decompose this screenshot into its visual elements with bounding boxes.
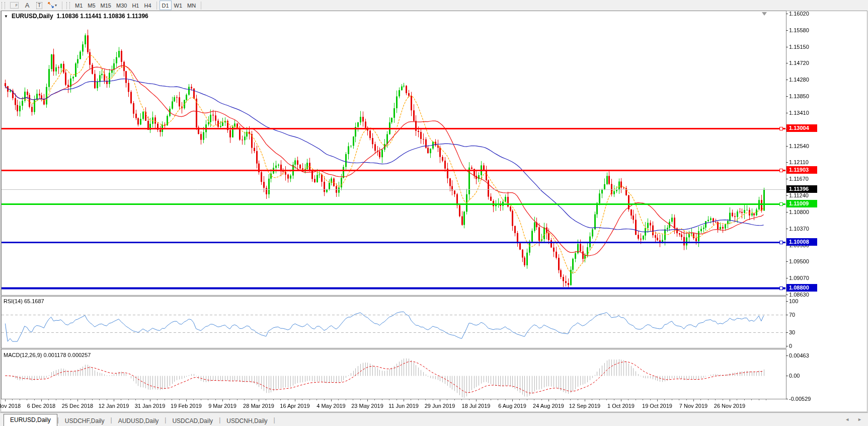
- font-button[interactable]: A: [21, 1, 33, 10]
- price-tick-label: 1.12540: [789, 143, 820, 150]
- timeframe-button-m30[interactable]: M30: [114, 1, 129, 10]
- price-tick-label: 1.15150: [789, 44, 820, 50]
- timeframe-button-mn[interactable]: MN: [185, 1, 198, 10]
- rsi-indicator-label: RSI(14) 65.1687: [4, 298, 44, 304]
- rsi-tick-label: 70: [789, 312, 820, 318]
- chart-template-icon: F: [10, 2, 19, 9]
- hline-price-label[interactable]: 1.08800: [786, 284, 817, 292]
- tab-usdcnh-daily[interactable]: USDCNH,Daily: [220, 416, 273, 426]
- rsi-tick-label: 30: [789, 329, 820, 336]
- chart-ohlc-quote: 1.10836 1.11441 1.10836 1.11396: [57, 13, 148, 20]
- price-tick-label: 1.14720: [789, 60, 820, 66]
- price-tick-label: 1.09500: [789, 258, 820, 265]
- timeframe-button-h4[interactable]: H4: [141, 1, 153, 10]
- chart-tab-bar: EURUSD,Daily|USDCHF,Daily|AUDUSD,Daily|U…: [0, 412, 868, 426]
- macd-tick-label: 0.00463: [789, 352, 820, 359]
- chart-symbol-period: EURUSD,Daily: [12, 13, 53, 20]
- macd-tick-label: -0.00529: [789, 396, 820, 402]
- chart-title: ▼ EURUSD,Daily 1.10836 1.11441 1.10836 1…: [4, 13, 148, 20]
- chart-shift-marker-icon[interactable]: [762, 12, 767, 16]
- timeframe-button-w1[interactable]: W1: [172, 1, 185, 10]
- hline-price-label[interactable]: 1.11009: [786, 200, 817, 207]
- price-tick-label: 1.12110: [789, 159, 820, 166]
- timeframe-button-d1[interactable]: D1: [160, 1, 172, 10]
- toolbar-grip[interactable]: [66, 2, 70, 9]
- macd-indicator-label: MACD(12,26,9) 0.001178 0.000257: [4, 352, 91, 358]
- timeframe-button-group: M1M5M15M30H1H4D1W1MN: [72, 1, 198, 10]
- text-label-icon: T: [36, 2, 42, 9]
- text-label-button[interactable]: T: [33, 1, 45, 10]
- chart-menu-icon[interactable]: ▼: [4, 14, 8, 19]
- timeframe-button-m15[interactable]: M15: [98, 1, 114, 10]
- current-price-label: 1.11396: [786, 185, 817, 193]
- tab-usdcad-daily[interactable]: USDCAD,Daily: [166, 416, 219, 426]
- price-tick-label: 1.13410: [789, 110, 820, 116]
- tabs-scroll-left-icon[interactable]: ◄: [845, 417, 849, 422]
- tab-usdchf-daily[interactable]: USDCHF,Daily: [59, 416, 111, 426]
- timeframe-button-m5[interactable]: M5: [85, 1, 98, 10]
- tab-eurusd-daily[interactable]: EURUSD,Daily: [4, 414, 57, 426]
- tab-separator: |: [274, 416, 275, 423]
- toolbar-separator: [156, 2, 157, 10]
- tab-scroll-controls: ◄ ►: [845, 417, 862, 422]
- price-tick-label: 1.11670: [789, 176, 820, 182]
- timeframe-button-h1[interactable]: H1: [129, 1, 141, 10]
- rsi-tick-label: 100: [789, 298, 820, 305]
- tabs-scroll-right-icon[interactable]: ►: [857, 417, 862, 422]
- price-tick-label: 1.08630: [789, 292, 820, 298]
- price-tick-label: 1.14280: [789, 77, 820, 83]
- hline-price-label[interactable]: 1.10008: [786, 238, 817, 246]
- toolbar-grip[interactable]: [2, 2, 5, 9]
- tab-audusd-daily[interactable]: AUDUSD,Daily: [112, 416, 165, 426]
- price-tick-label: 1.16020: [789, 11, 820, 17]
- price-tick-label: 1.09070: [789, 275, 820, 281]
- cursor-style-icon: [48, 2, 54, 9]
- cursor-style-button[interactable]: ▾: [45, 1, 59, 10]
- chart-template-button[interactable]: F: [8, 1, 21, 10]
- macd-tick-label: 0.00: [789, 373, 820, 379]
- chevron-down-icon: ▾: [55, 3, 57, 8]
- rsi-tick-label: 0: [789, 343, 820, 349]
- hline-price-label[interactable]: 1.13004: [786, 124, 817, 132]
- timeframe-button-m1[interactable]: M1: [72, 1, 85, 10]
- date-tick-label: 26 Nov 2019: [707, 403, 752, 409]
- price-tick-label: 1.10800: [789, 209, 820, 216]
- price-tick-label: 1.13850: [789, 93, 820, 100]
- font-icon: A: [25, 2, 30, 9]
- hline-price-label[interactable]: 1.11903: [786, 166, 817, 174]
- toolbar-separator: [62, 2, 62, 10]
- price-tick-label: 1.10370: [789, 226, 820, 232]
- mt4-chart-window: F A T ▾ M1M5M15M30H1H4D1W1MN ▼ EURUSD,Da…: [0, 0, 868, 426]
- price-chart-canvas[interactable]: [0, 0, 868, 426]
- toolbar-separator: [201, 2, 201, 10]
- price-tick-label: 1.15580: [789, 27, 820, 34]
- toolbar: F A T ▾ M1M5M15M30H1H4D1W1MN: [0, 0, 868, 11]
- price-tick-label: 1.11240: [789, 192, 820, 199]
